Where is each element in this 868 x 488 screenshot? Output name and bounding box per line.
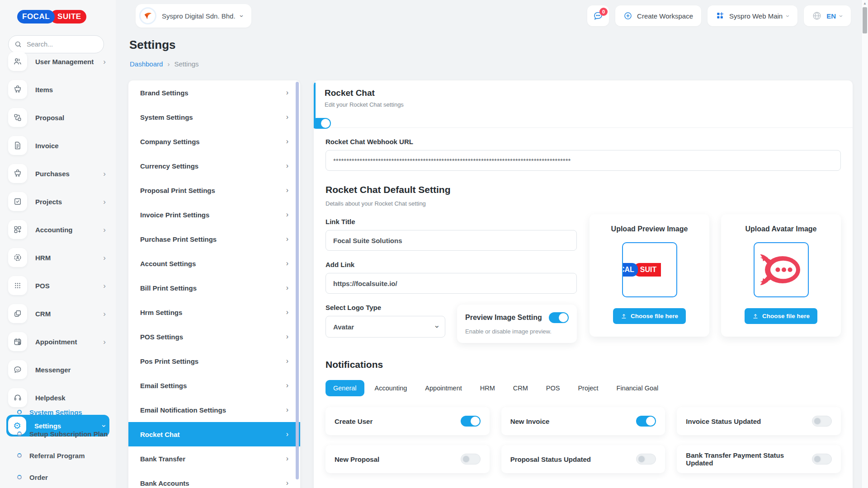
toggle-label: Proposal Status Updated: [510, 455, 591, 463]
circle-bullet-icon: [17, 410, 22, 414]
sidebar-item-messenger[interactable]: Messenger: [6, 359, 109, 380]
settings-menu-item-pos[interactable]: POS Settings›: [128, 324, 300, 349]
sidebar-subitem-system-settings[interactable]: System Settings: [17, 407, 116, 418]
scrollbar-up-arrow[interactable]: ▲: [862, 1, 868, 5]
link-title-group: Link Title: [326, 218, 577, 251]
sidebar-item-appointment[interactable]: Appointment ›: [6, 331, 109, 352]
tab-hrm[interactable]: HRM: [472, 380, 503, 396]
chevron-right-icon: ›: [286, 137, 288, 145]
sidebar-subitem-order[interactable]: Order: [17, 472, 116, 483]
settings-menu-item-system[interactable]: System Settings›: [128, 105, 300, 129]
sidebar-item-helpdesk[interactable]: Helpdesk: [6, 387, 109, 408]
sidebar-item-label: Helpdesk: [35, 394, 66, 402]
add-link-input[interactable]: [326, 273, 577, 294]
settings-menu-item-brand[interactable]: Brand Settings›: [128, 80, 300, 105]
settings-menu-item-currency[interactable]: Currency Settings›: [128, 154, 300, 178]
window-scrollbar[interactable]: ▲: [861, 0, 868, 488]
rocket-chat-panel: Rocket Chat Edit your Rocket Chat settin…: [314, 80, 853, 488]
sidebar-item-label: Items: [35, 86, 53, 94]
settings-menu-item-pos-print[interactable]: Pos Print Settings›: [128, 349, 300, 373]
headset-icon: [8, 388, 27, 407]
new-invoice-toggle[interactable]: [636, 416, 656, 427]
chevron-right-icon: ›: [286, 430, 288, 438]
language-selector[interactable]: EN ›: [804, 5, 851, 26]
chevron-down-icon: ›: [241, 12, 243, 20]
tab-project[interactable]: Project: [570, 380, 606, 396]
settings-menu-item-bill-print[interactable]: Bill Print Settings›: [128, 276, 300, 300]
tab-financial-goal[interactable]: Financial Goal: [609, 380, 666, 396]
rocket-chat-enable-toggle[interactable]: [314, 118, 331, 129]
settings-menu-item-proposal-print[interactable]: Proposal Print Settings›: [128, 178, 300, 202]
panel-body: Rocket Chat Webhook URL Rocket Chat Defa…: [314, 128, 853, 488]
settings-list-scrollbar[interactable]: [296, 82, 299, 479]
upload-card-title: Upload Avatar Image: [745, 225, 817, 233]
tab-general[interactable]: General: [326, 380, 364, 396]
sidebar-subitem-referral-program[interactable]: Referral Program: [17, 450, 116, 461]
logo-type-select[interactable]: Avatar ›: [326, 316, 445, 338]
chevron-down-icon: ›: [433, 325, 442, 328]
settings-menu-item-hrm[interactable]: Hrm Settings›: [128, 300, 300, 324]
choose-file-button[interactable]: Choose file here: [745, 308, 817, 324]
create-workspace-button[interactable]: Create Workspace: [615, 5, 701, 26]
section-title: Rocket Chat Default Setting: [326, 184, 577, 195]
tab-crm[interactable]: CRM: [505, 380, 536, 396]
preview-image-toggle[interactable]: [549, 312, 569, 323]
sidebar-subitem-setup-subscription-plan[interactable]: Setup Subscription Plan: [17, 428, 116, 439]
settings-menu-item-invoice-print[interactable]: Invoice Print Settings›: [128, 202, 300, 227]
panel-subtitle: Edit your Rocket Chat settings: [325, 101, 840, 108]
proposal-status-updated-toggle[interactable]: [636, 454, 656, 465]
sidebar-item-projects[interactable]: Projects ›: [6, 191, 109, 212]
messenger-button[interactable]: 0: [587, 5, 609, 26]
new-proposal-toggle[interactable]: [461, 454, 481, 465]
tab-pos[interactable]: POS: [538, 380, 568, 396]
breadcrumb-current: Settings: [174, 60, 198, 68]
webhook-input[interactable]: [326, 150, 841, 171]
sidebar-item-hrm[interactable]: HRM ›: [6, 247, 109, 268]
company-name: Syspro Digital Sdn. Bhd.: [162, 12, 236, 20]
invoice-status-updated-toggle[interactable]: [812, 416, 832, 427]
choose-file-button[interactable]: Choose file here: [613, 308, 686, 324]
settings-menu-item-company[interactable]: Company Settings›: [128, 129, 300, 154]
chevron-right-icon: ›: [103, 338, 106, 346]
sidebar-item-crm[interactable]: CRM ›: [6, 303, 109, 324]
chevron-right-icon: ›: [103, 254, 106, 262]
sidebar-item-purchases[interactable]: Purchases ›: [6, 163, 109, 184]
sidebar-item-invoice[interactable]: Invoice: [6, 135, 109, 156]
invoice-icon: [8, 136, 27, 155]
toggle-card-new-proposal: New Proposal: [326, 445, 490, 473]
subitem-label: Referral Program: [29, 452, 85, 460]
calendar-clock-icon: [8, 332, 27, 351]
settings-menu-item-email-notification[interactable]: Email Notification Settings›: [128, 398, 300, 422]
notifications-title: Notifications: [326, 359, 841, 370]
sidebar-item-items[interactable]: Items: [6, 79, 109, 100]
focal-suite-logo[interactable]: FOCAL SUITE: [17, 10, 86, 23]
sidebar-item-pos[interactable]: POS ›: [6, 275, 109, 296]
settings-menu-item-rocket-chat[interactable]: Rocket Chat›: [128, 422, 300, 446]
menu-item-label: Hrm Settings: [140, 309, 182, 316]
grid-plus-icon: [8, 220, 27, 239]
bank-transfer-payment-status-toggle[interactable]: [812, 454, 832, 465]
settings-menu-item-bank-accounts[interactable]: Bank Accounts›: [128, 471, 300, 488]
breadcrumb-dashboard-link[interactable]: Dashboard: [130, 60, 163, 68]
workspace-selector[interactable]: Syspro Web Main ›: [708, 5, 797, 26]
sidebar-item-proposal[interactable]: Proposal: [6, 107, 109, 128]
settings-menu-item-bank-transfer[interactable]: Bank Transfer›: [128, 446, 300, 471]
preview-setting-title: Preview Image Setting: [465, 314, 542, 322]
tab-appointment[interactable]: Appointment: [417, 380, 469, 396]
menu-item-label: Pos Print Settings: [140, 357, 198, 365]
chevron-right-icon: ›: [286, 235, 288, 243]
sidebar-item-label: Messenger: [35, 366, 71, 374]
tab-accounting[interactable]: Accounting: [367, 380, 415, 396]
company-selector[interactable]: Syspro Digital Sdn. Bhd. ›: [136, 4, 251, 28]
sidebar-item-user-management[interactable]: User Management ›: [6, 51, 109, 72]
cart-icon: [8, 80, 27, 99]
settings-menu-item-account[interactable]: Account Settings›: [128, 251, 300, 276]
scrollbar-thumb[interactable]: [863, 7, 867, 33]
link-title-input[interactable]: [326, 230, 577, 251]
settings-menu-item-email[interactable]: Email Settings›: [128, 373, 300, 398]
sidebar-item-accounting[interactable]: Accounting ›: [6, 219, 109, 240]
globe-icon: [812, 11, 822, 21]
search-input[interactable]: [26, 40, 98, 48]
create-user-toggle[interactable]: [461, 416, 481, 427]
settings-menu-item-purchase-print[interactable]: Purchase Print Settings›: [128, 227, 300, 251]
